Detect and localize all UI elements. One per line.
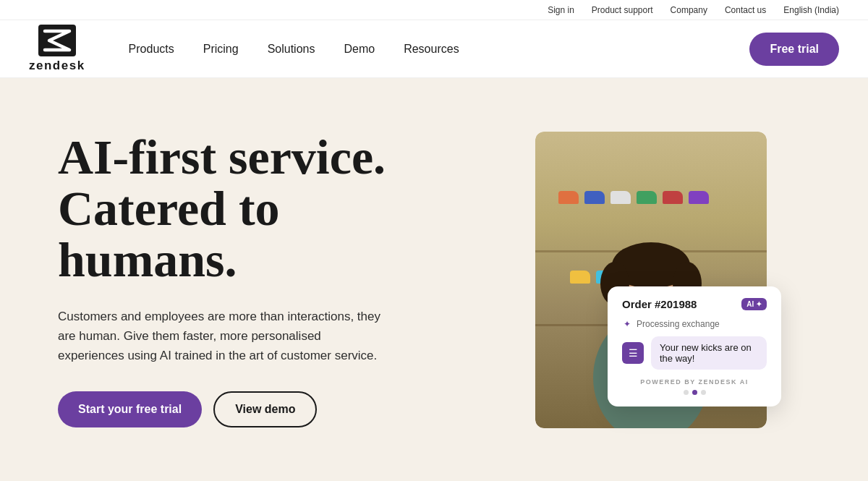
hero-headline: AI-first service. Catered to humans. <box>58 132 448 286</box>
nav-pricing[interactable]: Pricing <box>203 37 239 61</box>
svg-rect-0 <box>38 25 76 56</box>
logo-label: zendesk <box>29 59 85 73</box>
chat-avatar: ☰ <box>622 342 644 364</box>
hero-buttons: Start your free trial View demo <box>58 391 448 427</box>
dot-1 <box>684 390 689 395</box>
nav-resources[interactable]: Resources <box>404 37 459 61</box>
hero-section: AI-first service. Catered to humans. Cus… <box>0 78 868 481</box>
nav-links: Products Pricing Solutions Demo Resource… <box>129 37 750 61</box>
nav-products[interactable]: Products <box>129 37 174 61</box>
order-label: Order #201988 <box>622 298 697 310</box>
utility-bar: Sign in Product support Company Contact … <box>0 0 868 20</box>
main-nav: zendesk Products Pricing Solutions Demo … <box>0 20 868 78</box>
dot-3 <box>701 390 706 395</box>
avatar-icon: ☰ <box>629 347 638 359</box>
message-bubble: Your new kicks are on the way! <box>651 336 767 370</box>
ai-badge: AI ✦ <box>741 298 767 310</box>
dot-2 <box>692 390 697 395</box>
view-demo-button[interactable]: View demo <box>213 391 317 427</box>
chat-card-header: Order #201988 AI ✦ <box>622 298 767 310</box>
free-trial-button[interactable]: Free trial <box>749 33 839 66</box>
hero-image-container: Order #201988 AI ✦ ✦ Processing exchange… <box>535 132 767 428</box>
logo-block[interactable]: zendesk <box>29 25 85 73</box>
nav-demo[interactable]: Demo <box>344 37 375 61</box>
hero-content: AI-first service. Catered to humans. Cus… <box>58 132 448 428</box>
product-support-link[interactable]: Product support <box>592 5 653 15</box>
processing-icon: ✦ <box>624 319 631 329</box>
powered-text: POWERED BY ZENDESK AI <box>622 378 767 386</box>
language-link[interactable]: English (India) <box>783 5 839 15</box>
nav-solutions[interactable]: Solutions <box>268 37 315 61</box>
message-row: ☰ Your new kicks are on the way! <box>622 336 767 370</box>
headline-line2: Catered to <box>58 181 280 236</box>
sign-in-link[interactable]: Sign in <box>548 5 574 15</box>
processing-text: Processing exchange <box>637 319 720 329</box>
start-free-trial-button[interactable]: Start your free trial <box>58 391 202 427</box>
hero-visual: Order #201988 AI ✦ ✦ Processing exchange… <box>492 107 810 452</box>
chat-card: Order #201988 AI ✦ ✦ Processing exchange… <box>608 286 781 406</box>
hero-subtitle: Customers and employees are more than in… <box>58 307 391 366</box>
company-link[interactable]: Company <box>671 5 707 15</box>
carousel-dots <box>622 390 767 395</box>
contact-us-link[interactable]: Contact us <box>725 5 766 15</box>
headline-line1: AI-first service. <box>58 129 386 184</box>
headline-line3: humans. <box>58 232 237 287</box>
zendesk-logo-svg <box>38 25 76 56</box>
processing-row: ✦ Processing exchange <box>622 319 767 329</box>
